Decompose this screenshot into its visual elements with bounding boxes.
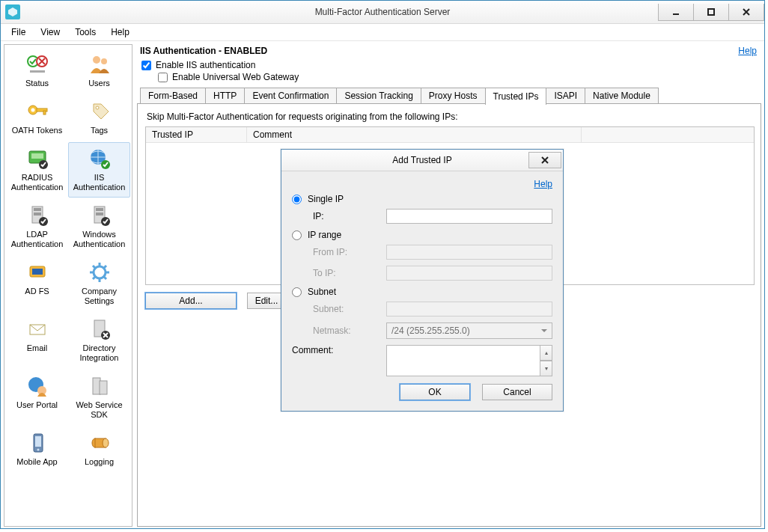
subnet-field-row: Subnet: <box>313 302 552 317</box>
sidebar-item-company-settings[interactable]: Company Settings <box>68 256 130 311</box>
sidebar-item-iis-auth[interactable]: IIS Authentication <box>68 142 130 198</box>
sidebar-item-label: Directory Integration <box>70 343 128 363</box>
grid-header: Trusted IP Comment <box>146 127 754 143</box>
cancel-button[interactable]: Cancel <box>482 384 552 400</box>
sidebar-item-label: OATH Tokens <box>12 126 62 135</box>
menu-file[interactable]: File <box>5 25 31 39</box>
ip-input[interactable] <box>386 209 552 224</box>
window-controls <box>659 4 764 21</box>
single-ip-radio[interactable] <box>292 195 302 204</box>
menubar: File View Tools Help <box>1 24 764 41</box>
sidebar-item-users[interactable]: Users <box>68 48 130 94</box>
menu-view[interactable]: View <box>34 25 66 39</box>
to-ip-label: To IP: <box>313 268 386 278</box>
menu-tools[interactable]: Tools <box>69 25 102 39</box>
enable-iis-row[interactable]: Enable IIS authentication <box>137 59 761 71</box>
main-window: Multi-Factor Authentication Server File … <box>0 0 765 529</box>
app-icon <box>5 4 20 19</box>
sidebar-item-label: Logging <box>85 457 114 467</box>
netmask-value: /24 (255.255.255.0) <box>391 325 470 336</box>
tab-form-based[interactable]: Form-Based <box>140 88 206 104</box>
comment-input[interactable]: ▴ ▾ <box>386 345 552 376</box>
email-icon <box>25 317 50 342</box>
svg-rect-13 <box>31 153 43 159</box>
svg-rect-4 <box>30 70 45 73</box>
scroll-up-icon[interactable]: ▴ <box>540 345 552 361</box>
sidebar-item-logging[interactable]: Logging <box>68 426 130 472</box>
subnet-radio-label: Subnet <box>308 287 336 297</box>
sidebar-item-email[interactable]: Email <box>6 313 68 368</box>
comment-scroll[interactable]: ▴ ▾ <box>540 345 552 376</box>
enable-uwg-row[interactable]: Enable Universal Web Gateway <box>137 71 761 83</box>
subnet-radio[interactable] <box>292 287 302 297</box>
phone-icon <box>25 430 50 456</box>
col-trusted-ip[interactable]: Trusted IP <box>146 127 247 142</box>
add-button[interactable]: Add... <box>145 293 237 309</box>
server-icon <box>25 203 50 228</box>
comment-label: Comment: <box>292 345 386 376</box>
gear-icon <box>87 260 112 285</box>
tab-isapi[interactable]: ISAPI <box>546 88 585 104</box>
sidebar-item-status[interactable]: Status <box>6 48 68 94</box>
maximize-button[interactable] <box>693 4 729 21</box>
dialog-title: Add Trusted IP <box>281 155 563 165</box>
sidebar-item-label: Email <box>27 343 48 353</box>
scroll-down-icon[interactable]: ▾ <box>540 361 552 376</box>
svg-point-6 <box>101 58 107 64</box>
svg-rect-26 <box>32 269 43 275</box>
ip-label: IP: <box>313 211 386 221</box>
tab-trusted-ips[interactable]: Trusted IPs <box>485 88 547 105</box>
subnet-input <box>386 302 552 317</box>
sidebar-item-radius-auth[interactable]: RADIUS Authentication <box>6 142 68 198</box>
svg-rect-19 <box>34 213 41 215</box>
server-stack-icon <box>87 373 112 399</box>
tab-http[interactable]: HTTP <box>205 88 245 104</box>
minimize-button[interactable] <box>658 4 694 21</box>
tab-native-module[interactable]: Native Module <box>585 88 659 104</box>
menu-help[interactable]: Help <box>105 25 135 39</box>
sidebar-item-label: User Portal <box>16 400 58 410</box>
tab-proxy-hosts[interactable]: Proxy Hosts <box>421 88 486 104</box>
sidebar-item-label: AD FS <box>25 287 49 296</box>
from-ip-label: From IP: <box>313 247 386 257</box>
sidebar-item-adfs[interactable]: AD FS <box>6 256 68 311</box>
col-comment[interactable]: Comment <box>247 127 582 142</box>
single-ip-label: Single IP <box>308 194 344 204</box>
svg-line-32 <box>93 266 95 268</box>
from-ip-row: From IP: <box>313 245 552 260</box>
svg-point-5 <box>93 56 100 64</box>
sidebar-item-mobile-app[interactable]: Mobile App <box>6 426 68 472</box>
dialog-buttons: OK Cancel <box>292 384 552 400</box>
sidebar-item-label: Web Service SDK <box>70 400 128 420</box>
enable-uwg-checkbox[interactable] <box>158 73 168 82</box>
dialog-help-link[interactable]: Help <box>534 179 552 189</box>
dialog-titlebar: Add Trusted IP <box>281 150 563 171</box>
sidebar-item-web-service-sdk[interactable]: Web Service SDK <box>68 370 130 425</box>
netmask-label: Netmask: <box>313 325 386 336</box>
dialog-body: Help Single IP IP: IP range From IP: To … <box>281 171 563 411</box>
sidebar-item-user-portal[interactable]: User Portal <box>6 370 68 425</box>
sidebar-item-label: Company Settings <box>70 287 128 306</box>
sidebar-item-ldap-auth[interactable]: LDAP Authentication <box>6 199 68 254</box>
sidebar-item-oath-tokens[interactable]: OATH Tokens <box>6 95 68 141</box>
ip-range-radio[interactable] <box>292 230 302 240</box>
tab-event-confirmation[interactable]: Event Confirmation <box>244 88 337 104</box>
tab-session-tracking[interactable]: Session Tracking <box>336 88 421 104</box>
svg-point-27 <box>94 266 106 278</box>
enable-iis-label: Enable IIS authentication <box>156 60 255 70</box>
sidebar-item-windows-auth[interactable]: Windows Authentication <box>68 199 130 254</box>
ok-button[interactable]: OK <box>400 384 470 400</box>
sidebar-item-directory-integration[interactable]: Directory Integration <box>68 313 130 368</box>
sidebar-item-tags[interactable]: Tags <box>68 95 130 141</box>
enable-iis-checkbox[interactable] <box>141 61 151 70</box>
single-ip-row[interactable]: Single IP <box>292 194 552 204</box>
iis-icon <box>87 146 112 171</box>
close-button[interactable] <box>728 4 764 21</box>
help-link[interactable]: Help <box>738 46 757 56</box>
ip-range-row[interactable]: IP range <box>292 230 552 240</box>
tag-icon <box>87 99 112 124</box>
subnet-row[interactable]: Subnet <box>292 287 552 297</box>
svg-line-35 <box>93 277 95 279</box>
sidebar-item-label: Mobile App <box>16 457 57 467</box>
adfs-icon <box>25 260 50 285</box>
